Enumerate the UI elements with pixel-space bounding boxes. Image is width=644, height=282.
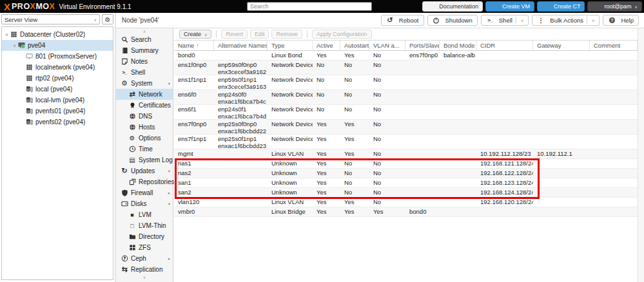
table-row-bond0[interactable]: bond0Linux BondYesYesNoens7f0np0 ...bala… xyxy=(174,51,638,61)
table-row-ens6f0[interactable]: ens6f0enp24s0f0enxac1f6bca7b4cNetwork De… xyxy=(174,90,638,105)
cell-cidr xyxy=(476,51,533,60)
tree-item-local-lvm[interactable]: local-lvm (pve04) xyxy=(2,95,113,106)
menu-item-system-log[interactable]: ▤System Log xyxy=(116,155,173,165)
apply-configuration-button[interactable]: Apply Configuration xyxy=(312,30,372,39)
menu-item-zfs[interactable]: ZFS xyxy=(116,242,173,253)
chevron-down-icon[interactable]: ▾ xyxy=(168,169,170,174)
node-actions: ↺RebootShutdown>_Shell∨⋮Bulk Actions∨?He… xyxy=(381,15,639,26)
menu-item-shell[interactable]: >_Shell xyxy=(116,67,173,78)
column-header-gateway[interactable]: Gateway xyxy=(533,41,590,50)
ceph-icon xyxy=(121,255,128,263)
remove-button[interactable]: Remove xyxy=(271,30,302,39)
resource-sidebar: Server View ∨ ⚙ ∨Datacenter (Cluster02)∨… xyxy=(0,13,115,282)
help-button[interactable]: ?Help xyxy=(603,15,639,26)
create-vm-button[interactable]: Create VM xyxy=(485,1,534,12)
menu-item-system[interactable]: ⚙System▾ xyxy=(116,78,173,89)
table-row-ens1f1np1[interactable]: ens1f1np1enp59s0f1np1enx3cecef3a9163Netw… xyxy=(174,75,638,90)
menu-item-firewall[interactable]: Firewall▸ xyxy=(116,187,173,198)
tree-item-datacenter[interactable]: ∨Datacenter (Cluster02) xyxy=(2,29,113,40)
column-header-comment[interactable]: Comment xyxy=(590,41,638,50)
tree-item-pvenfs02[interactable]: pvenfs02 (pve04) xyxy=(2,117,113,127)
table-row-vmbr0[interactable]: vmbr0Linux BridgeYesYesYesbond0 xyxy=(174,207,638,217)
tree-item-rtp02[interactable]: rtp02 (pve04) xyxy=(2,73,113,84)
menu-item-hosts[interactable]: Hosts xyxy=(116,122,173,133)
storage-icon xyxy=(25,86,33,93)
vertical-scrollbar[interactable] xyxy=(638,28,644,282)
menu-item-options[interactable]: ⚙Options xyxy=(116,133,173,144)
edit-button[interactable]: Edit xyxy=(250,30,269,39)
tree-item-pvenfs01[interactable]: pvenfs01 (pve04) xyxy=(2,106,113,117)
menu-item-disks[interactable]: Disks▾ xyxy=(116,198,173,209)
column-header-active[interactable]: Active xyxy=(313,41,340,50)
column-header-autostart[interactable]: Autostart xyxy=(340,41,369,50)
table-row-vlan120[interactable]: vlan120Linux VLANYesYesNo192.168.120.128… xyxy=(174,198,638,207)
documentation-button[interactable]: Documentation xyxy=(422,1,483,12)
global-search-input[interactable] xyxy=(247,2,372,11)
menu-item-label: LVM-Thin xyxy=(139,222,166,229)
column-header-ports-slaves[interactable]: Ports/Slaves xyxy=(405,41,440,50)
column-header-name[interactable]: Name↑ xyxy=(174,41,214,50)
shutdown-button[interactable]: Shutdown xyxy=(427,15,478,26)
menu-scroll-down-icon[interactable]: ∨ xyxy=(116,275,173,280)
table-row-ens7f0np0[interactable]: ens7f0np0enp25s0f0np0enxac1f6bcbdd22Netw… xyxy=(174,120,638,135)
menu-item-time[interactable]: Time xyxy=(116,144,173,155)
menu-item-repositories[interactable]: Repositories xyxy=(116,176,173,187)
menu-item-lvm-thin[interactable]: □LVM-Thin xyxy=(116,220,173,231)
table-row-nas1[interactable]: nas1UnknownYesNoNo192.168.121.128/24 xyxy=(174,159,638,169)
cell-type: Network Device xyxy=(268,90,313,104)
tree-item-localnetwork[interactable]: localnetwork (pve04) xyxy=(2,62,113,73)
menu-item-ceph[interactable]: Ceph▸ xyxy=(116,253,173,264)
column-header-cidr[interactable]: CIDR xyxy=(476,41,533,50)
menu-item-directory[interactable]: Directory xyxy=(116,231,173,242)
reboot-button[interactable]: ↺Reboot xyxy=(381,15,424,26)
tree-item-pve04[interactable]: ∨pve04 xyxy=(2,40,113,51)
menu-item-search[interactable]: Search xyxy=(116,34,173,45)
column-header-bond-mode[interactable]: Bond Mode xyxy=(440,41,476,50)
shell-button[interactable]: >_Shell∨ xyxy=(481,15,529,26)
menu-item-summary[interactable]: Summary xyxy=(116,45,173,56)
menu-item-updates[interactable]: ↻Updates▾ xyxy=(116,165,173,176)
menu-item-replication[interactable]: ⇆Replication xyxy=(116,264,173,275)
menu-item-lvm[interactable]: ■LVM xyxy=(116,209,173,220)
tree-expander-icon[interactable]: ∨ xyxy=(12,43,17,48)
table-row-san1[interactable]: san1UnknownYesNoNo192.168.123.128/24 xyxy=(174,178,638,188)
tree-item-801[interactable]: 801 (ProxmoxServer) xyxy=(2,51,113,62)
menu-item-label: Ceph xyxy=(131,255,146,262)
table-row-san2[interactable]: san2UnknownYesNoNo192.168.124.128/24 xyxy=(174,188,638,198)
create-ct-button[interactable]: Create CT xyxy=(537,1,585,12)
menu-item-dns[interactable]: DNS xyxy=(116,111,173,122)
table-row-ens6f1[interactable]: ens6f1enp24s0f1enxac1f6bca7b4dNetwork De… xyxy=(174,105,638,120)
sidebar-settings-button[interactable]: ⚙ xyxy=(102,14,113,24)
cell-name: bond0 xyxy=(174,51,214,60)
chevron-down-icon[interactable]: ▾ xyxy=(168,81,170,86)
chevron-right-icon[interactable]: ▸ xyxy=(168,191,170,196)
table-row-mgmt[interactable]: mgmtLinux VLANYesYesNo10.192.112.128/231… xyxy=(174,149,638,159)
cell-bond-mode: balance-alb xyxy=(440,51,476,60)
menu-item-notes[interactable]: Notes xyxy=(116,56,173,67)
table-row-nas2[interactable]: nas2UnknownYesNoNo192.168.122.128/24 xyxy=(174,169,638,178)
bulk-actions-button[interactable]: ⋮Bulk Actions∨ xyxy=(532,15,600,26)
user-icon xyxy=(592,3,600,10)
create-button[interactable]: Create ∨ xyxy=(179,30,211,39)
menu-scroll-up-icon[interactable]: ∧ xyxy=(116,29,173,34)
square-filled-icon: ■ xyxy=(128,211,136,219)
cell-cidr xyxy=(476,207,533,216)
table-row-ens7f1np1[interactable]: ens7f1np1enp25s0f1np1enxac1f6bcbdd23Netw… xyxy=(174,135,638,149)
chevron-right-icon[interactable]: ▸ xyxy=(168,256,170,261)
cell-cidr: 192.168.122.128/24 xyxy=(476,169,533,178)
cell-ports-slaves xyxy=(405,178,440,187)
view-selector[interactable]: Server View ∨ xyxy=(1,14,100,24)
chevron-down-icon[interactable]: ▾ xyxy=(168,202,170,207)
cell-bond-mode xyxy=(440,188,476,197)
menu-item-certificates[interactable]: Certificates xyxy=(116,100,173,111)
column-header-type[interactable]: Type xyxy=(268,41,313,50)
column-header-vlan-a[interactable]: VLAN a... xyxy=(369,41,405,50)
cell-active: Yes xyxy=(313,159,340,168)
revert-button[interactable]: Revert xyxy=(221,30,248,39)
user-menu-button[interactable]: root@pam ∨ xyxy=(587,1,642,12)
tree-item-local[interactable]: local (pve04) xyxy=(2,84,113,95)
table-row-ens1f0np0[interactable]: ens1f0np0enp59s0f0np0enx3cecef3a9162Netw… xyxy=(174,61,638,75)
tree-expander-icon[interactable]: ∨ xyxy=(4,32,10,37)
column-header-alternative-names[interactable]: Alternative Names xyxy=(214,41,268,50)
menu-item-network[interactable]: ⇄Network xyxy=(116,89,173,100)
